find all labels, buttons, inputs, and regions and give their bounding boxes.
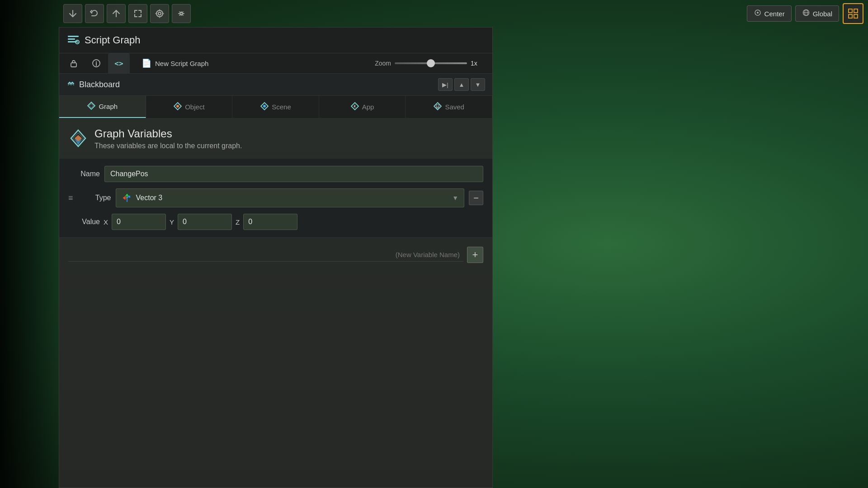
- toolbar-undo-icon[interactable]: [85, 4, 104, 23]
- type-label: Type: [80, 194, 111, 202]
- lock-tab[interactable]: [63, 53, 85, 73]
- toolbar-target-icon[interactable]: [150, 4, 169, 23]
- svg-rect-15: [71, 63, 76, 67]
- top-toolbar: Center Global: [59, 0, 868, 27]
- svg-rect-26: [437, 107, 439, 108]
- graph-vars-icon: [68, 128, 88, 150]
- zoom-slider[interactable]: [395, 62, 467, 64]
- center-button[interactable]: Center: [747, 5, 792, 22]
- new-script-label: New Script Graph: [155, 60, 208, 67]
- blackboard-title: Blackboard: [79, 80, 120, 89]
- bb-up-btn[interactable]: ▲: [454, 78, 469, 91]
- graph-vars-subtitle: These variables are local to the current…: [94, 142, 242, 150]
- zoom-section: Zoom 1x: [375, 53, 489, 73]
- add-icon: +: [472, 249, 478, 261]
- toolbar-expand-icon[interactable]: [128, 4, 147, 23]
- drag-handle[interactable]: ≡: [68, 193, 73, 203]
- bb-down-btn[interactable]: ▼: [471, 78, 485, 91]
- type-dropdown[interactable]: Vector 3 ▼: [116, 188, 464, 207]
- panel-header: Script Graph: [59, 28, 492, 53]
- scene-tab-icon: [260, 102, 269, 112]
- svg-rect-11: [68, 36, 79, 37]
- center-label: Center: [764, 10, 785, 18]
- toolbar-settings-icon[interactable]: [172, 4, 191, 23]
- minus-button[interactable]: −: [469, 191, 483, 205]
- svg-marker-24: [434, 103, 441, 110]
- new-var-input[interactable]: [68, 248, 463, 262]
- tab-scene-label: Scene: [272, 103, 291, 111]
- svg-point-4: [757, 12, 759, 14]
- type-value: Vector 3: [136, 194, 163, 202]
- tab-saved-label: Saved: [445, 103, 464, 111]
- grid-button[interactable]: [843, 3, 863, 24]
- global-icon: [802, 9, 810, 19]
- y-axis-label: Y: [170, 218, 174, 226]
- z-value-input[interactable]: [243, 214, 297, 230]
- add-button[interactable]: +: [467, 247, 483, 263]
- info-tab[interactable]: [85, 53, 107, 73]
- zoom-value: 1x: [471, 60, 483, 67]
- code-tab[interactable]: <>: [108, 53, 130, 73]
- graph-vars-header: Graph Variables These variables are loca…: [59, 118, 492, 154]
- tab-scene[interactable]: Scene: [232, 96, 319, 118]
- z-axis-label: Z: [236, 218, 240, 226]
- graph-vars-title: Graph Variables: [94, 127, 242, 140]
- panel-title: Script Graph: [85, 34, 141, 46]
- name-input[interactable]: [104, 166, 483, 182]
- tab-bar-top: <> 📄 New Script Graph Zoom 1x: [59, 53, 492, 74]
- new-script-graph: 📄 New Script Graph: [134, 53, 216, 73]
- file-icon: 📄: [142, 58, 151, 68]
- graph-vars-text: Graph Variables These variables are loca…: [94, 127, 242, 150]
- type-row: ≡ Type Vector 3 ▼ −: [68, 188, 483, 207]
- toolbar-up-icon[interactable]: [107, 4, 126, 23]
- svg-rect-8: [854, 9, 858, 13]
- svg-point-0: [156, 10, 163, 17]
- new-var-row: +: [59, 242, 492, 267]
- bb-next-btn[interactable]: ▶|: [438, 78, 453, 91]
- x-value-input[interactable]: [112, 214, 166, 230]
- svg-rect-12: [68, 38, 75, 40]
- svg-point-20: [176, 105, 179, 108]
- tab-saved[interactable]: Saved: [406, 96, 492, 118]
- tab-object-label: Object: [185, 103, 204, 111]
- minus-icon: −: [473, 193, 479, 203]
- global-button[interactable]: Global: [795, 5, 839, 22]
- svg-marker-29: [75, 135, 82, 141]
- toolbar-down-icon[interactable]: [63, 4, 82, 23]
- value-label: Value: [68, 218, 100, 226]
- svg-rect-10: [854, 14, 858, 18]
- svg-rect-7: [849, 9, 852, 13]
- blackboard-header: Blackboard ▶| ▲ ▼: [59, 74, 492, 96]
- tab-graph[interactable]: Graph: [59, 96, 146, 118]
- name-label: Name: [68, 170, 100, 178]
- x-axis-label: X: [104, 218, 108, 226]
- center-icon: [754, 9, 762, 19]
- svg-point-22: [263, 105, 266, 108]
- vector3-icon: [122, 192, 132, 203]
- svg-rect-9: [849, 14, 852, 18]
- main-panel: Script Graph <> 📄 New Script Graph Zoom …: [59, 27, 493, 488]
- object-tab-icon: [173, 102, 182, 112]
- svg-rect-25: [436, 105, 439, 107]
- dropdown-arrow: ▼: [452, 194, 458, 202]
- tab-object[interactable]: Object: [146, 96, 233, 118]
- app-tab-icon: [350, 102, 359, 112]
- global-label: Global: [813, 10, 832, 18]
- var-tabs: Graph Object Scene: [59, 96, 492, 118]
- value-row: Value X Y Z: [68, 214, 483, 230]
- zoom-label: Zoom: [375, 60, 391, 67]
- y-value-input[interactable]: [178, 214, 232, 230]
- script-graph-icon: [66, 32, 80, 48]
- tab-app[interactable]: App: [319, 96, 406, 118]
- name-row: Name: [68, 166, 483, 182]
- svg-point-2: [180, 13, 183, 15]
- variable-form: Name ≡ Type Vector 3 ▼ −: [59, 158, 492, 238]
- tab-graph-label: Graph: [99, 103, 118, 110]
- graph-tab-icon: [87, 101, 96, 112]
- svg-point-1: [158, 12, 161, 15]
- blackboard-icon: [66, 79, 75, 90]
- saved-tab-icon: [433, 102, 442, 112]
- tab-app-label: App: [362, 103, 374, 111]
- blackboard-controls: ▶| ▲ ▼: [438, 78, 485, 91]
